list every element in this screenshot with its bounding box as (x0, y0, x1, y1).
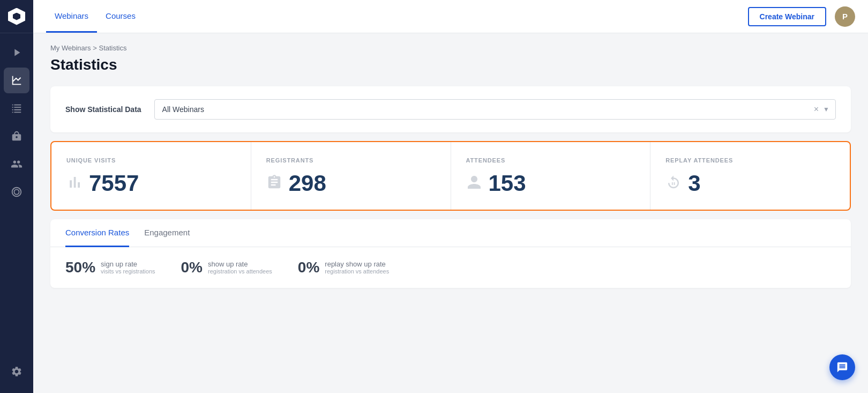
breadcrumb: My Webinars > Statistics (50, 44, 851, 52)
tabs-card: Conversion Rates Engagement 50% sign up … (50, 219, 851, 288)
breadcrumb-separator: > (93, 44, 99, 52)
conv-main-label-signup: sign up rate (101, 260, 155, 268)
list-icon (11, 102, 23, 114)
conv-sub-label-replay-showup: registration vs attendees (325, 268, 389, 275)
sidebar-item-play[interactable] (4, 40, 29, 65)
filter-card: Show Statistical Data All Webinars × ▼ (50, 86, 851, 132)
select-clear-button[interactable]: × (814, 105, 819, 114)
stat-card-replay-attendees: REPLAY ATTENDEES 3 (650, 142, 850, 210)
stat-value-row-replay-attendees: 3 (665, 172, 835, 195)
filter-label: Show Statistical Data (65, 105, 141, 114)
top-navigation: Webinars Courses Create Webinar P (33, 0, 868, 33)
conv-stat-signup: 50% sign up rate visits vs registrations (65, 260, 155, 275)
clipboard-icon (266, 174, 282, 192)
stat-label-registrants: REGISTRANTS (266, 157, 436, 164)
sidebar-item-settings[interactable] (4, 359, 29, 384)
sidebar-logo (0, 0, 33, 33)
tabs-content: 50% sign up rate visits vs registrations… (50, 247, 851, 288)
tab-engagement[interactable]: Engagement (144, 219, 190, 247)
integration-icon (11, 130, 23, 142)
tab-conversion-rates[interactable]: Conversion Rates (65, 219, 129, 247)
conv-desc-signup: sign up rate visits vs registrations (101, 260, 155, 275)
play-icon (11, 47, 23, 58)
conv-percent-showup: 0% (181, 260, 203, 275)
webinar-select-wrapper: All Webinars × ▼ (154, 99, 836, 120)
stat-label-replay-attendees: REPLAY ATTENDEES (665, 157, 835, 164)
settings-circle-icon (11, 186, 23, 198)
sidebar-item-integration[interactable] (4, 123, 29, 149)
conv-stat-replay-showup: 0% replay show up rate registration vs a… (298, 260, 389, 275)
stat-label-attendees: ATTENDEES (466, 157, 635, 164)
tabs-header: Conversion Rates Engagement (50, 219, 851, 247)
conv-desc-showup: show up rate registration vs attendees (208, 260, 272, 275)
contacts-icon (11, 158, 23, 170)
chart-icon (11, 75, 23, 86)
sidebar-nav (0, 38, 33, 207)
main-content: Webinars Courses Create Webinar P My Web… (33, 0, 868, 393)
webinar-select-value: All Webinars (162, 105, 828, 114)
chat-icon (836, 361, 848, 373)
conv-stat-showup: 0% show up rate registration vs attendee… (181, 260, 272, 275)
stat-number-registrants: 298 (289, 172, 326, 195)
sidebar-bottom (4, 359, 29, 384)
conv-desc-replay-showup: replay show up rate registration vs atte… (325, 260, 389, 275)
webinar-select[interactable]: All Webinars × ▼ (154, 99, 836, 120)
create-webinar-button[interactable]: Create Webinar (748, 7, 826, 26)
stat-value-row-attendees: 153 (466, 172, 635, 195)
conv-percent-signup: 50% (65, 260, 95, 275)
chat-button[interactable] (829, 354, 855, 380)
tab-webinars[interactable]: Webinars (46, 0, 97, 33)
tab-courses[interactable]: Courses (97, 0, 144, 33)
bar-chart-icon (66, 174, 83, 192)
stat-value-row-unique-visits: 7557 (66, 172, 236, 195)
stat-number-unique-visits: 7557 (89, 172, 139, 195)
stat-number-attendees: 153 (489, 172, 526, 195)
sidebar-item-contacts[interactable] (4, 151, 29, 177)
topnav-tabs: Webinars Courses (46, 0, 144, 33)
sidebar-item-statistics[interactable] (4, 68, 29, 93)
stats-container: UNIQUE VISITS 7557 REGISTRANTS (50, 141, 851, 211)
conv-main-label-showup: show up rate (208, 260, 272, 268)
sidebar (0, 0, 33, 393)
stat-card-unique-visits: UNIQUE VISITS 7557 (51, 142, 251, 210)
sidebar-item-settings-circle[interactable] (4, 179, 29, 205)
breadcrumb-parent[interactable]: My Webinars (50, 44, 91, 52)
replay-person-icon (665, 174, 682, 192)
stat-value-row-registrants: 298 (266, 172, 436, 195)
page-content: My Webinars > Statistics Statistics Show… (33, 33, 868, 393)
conv-percent-replay-showup: 0% (298, 260, 319, 275)
stat-label-unique-visits: UNIQUE VISITS (66, 157, 236, 164)
conv-sub-label-signup: visits vs registrations (101, 268, 155, 275)
conv-sub-label-showup: registration vs attendees (208, 268, 272, 275)
settings-icon (11, 366, 23, 377)
sidebar-item-list[interactable] (4, 95, 29, 121)
stat-card-registrants: REGISTRANTS 298 (251, 142, 451, 210)
stat-card-attendees: ATTENDEES 153 (451, 142, 651, 210)
page-title: Statistics (50, 56, 851, 73)
stat-number-replay-attendees: 3 (688, 172, 700, 195)
conversion-stats: 50% sign up rate visits vs registrations… (65, 260, 836, 275)
person-icon (466, 174, 482, 192)
breadcrumb-current: Statistics (99, 44, 126, 52)
conv-main-label-replay-showup: replay show up rate (325, 260, 389, 268)
user-avatar[interactable]: P (835, 6, 855, 27)
